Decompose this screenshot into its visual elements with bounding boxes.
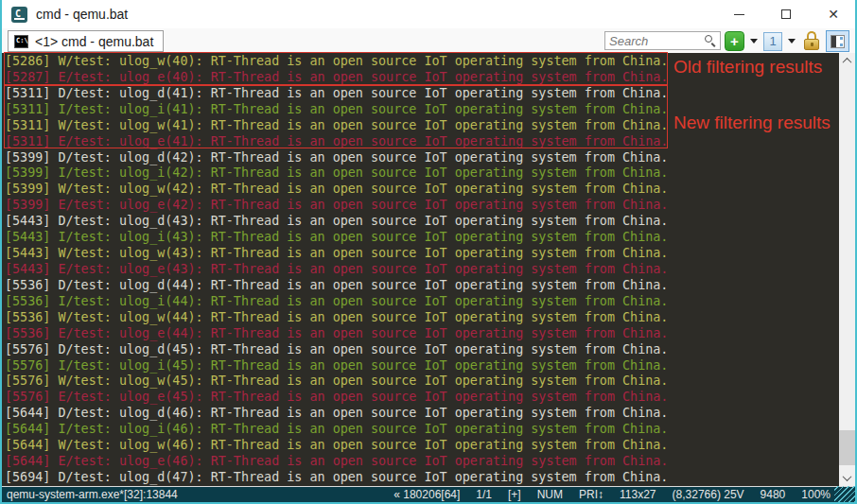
new-filtering-label: New filtering results <box>673 113 831 133</box>
status-field: « 180206[64] <box>394 488 460 501</box>
search-box <box>604 31 721 50</box>
chevron-down-icon <box>843 472 852 481</box>
status-process-info: qemu-system-arm.exe*[32]:13844 <box>7 488 178 501</box>
terminal-line: [5644] E/test: ulog_e(46): RT-Thread is … <box>5 454 839 470</box>
conemu-icon-underline <box>14 18 25 20</box>
cmd-icon-text: C:\ <box>16 37 28 44</box>
maximize-button[interactable] <box>762 0 810 28</box>
scroll-down-button[interactable] <box>839 470 855 486</box>
title-bar: C cmd - qemu.bat ✕ <box>0 0 857 28</box>
active-console-button[interactable]: 1 <box>763 32 782 51</box>
maximize-icon <box>781 9 791 19</box>
tab-label: <1> cmd - qemu.bat <box>35 34 153 49</box>
terminal-line: [5443] W/test: ulog_w(43): RT-Thread is … <box>5 246 839 262</box>
conemu-window: C cmd - qemu.bat ✕ C:\ <1> cmd - qemu.ba… <box>0 0 857 504</box>
resize-grip-icon[interactable] <box>834 486 855 502</box>
new-console-dropdown-icon[interactable] <box>750 39 758 43</box>
terminal-line: [5399] I/test: ulog_i(42): RT-Thread is … <box>5 165 839 182</box>
tab-cmd-qemu[interactable]: C:\ <1> cmd - qemu.bat <box>8 30 164 52</box>
status-field: 113x27 <box>620 488 656 501</box>
terminal-line: [5311] D/test: ulog_d(41): RT-Thread is … <box>5 86 839 102</box>
tab-bar: C:\ <1> cmd - qemu.bat + 1 <box>0 28 857 53</box>
terminal-line: [5576] W/test: ulog_w(45): RT-Thread is … <box>5 374 839 390</box>
active-console-dropdown-icon[interactable] <box>788 39 796 43</box>
status-field: PRI↕ <box>579 488 603 501</box>
tab-toolbar: + 1 <box>725 30 857 52</box>
terminal-line: [5536] E/test: ulog_e(44): RT-Thread is … <box>5 326 839 342</box>
scrollbar-thumb[interactable] <box>839 430 855 465</box>
terminal-line: [5399] D/test: ulog_d(42): RT-Thread is … <box>5 150 839 166</box>
cmd-prompt-icon: C:\ <box>14 35 28 48</box>
close-icon: ✕ <box>828 8 839 21</box>
terminal-line: [5443] D/test: ulog_d(43): RT-Thread is … <box>5 214 839 230</box>
status-fields: « 180206[64]1/1[+]NUMPRI↕113x27(8,32766)… <box>394 488 831 501</box>
terminal-line: [5576] E/test: ulog_e(45): RT-Thread is … <box>5 390 839 406</box>
terminal-line: [5311] E/test: ulog_e(41): RT-Thread is … <box>5 134 839 150</box>
search-icon[interactable] <box>705 35 716 46</box>
caption-buttons: ✕ <box>715 0 857 28</box>
terminal-line: [5576] D/test: ulog_d(45): RT-Thread is … <box>5 342 839 358</box>
scroll-up-button[interactable] <box>839 53 855 69</box>
status-field: 9480 <box>761 488 786 501</box>
terminal-line: [5644] I/test: ulog_i(46): RT-Thread is … <box>5 422 839 438</box>
terminal-line: [5536] W/test: ulog_w(44): RT-Thread is … <box>5 310 839 326</box>
status-field: (8,32766) 25V <box>673 488 744 501</box>
status-field: 100% <box>801 488 831 501</box>
status-bar: qemu-system-arm.exe*[32]:13844 « 180206[… <box>2 486 855 502</box>
panel-toggle-icon <box>831 35 845 48</box>
search-input[interactable] <box>609 32 699 49</box>
terminal-line: [5443] I/test: ulog_i(43): RT-Thread is … <box>5 230 839 246</box>
old-filtering-label: Old filtering results <box>673 57 822 78</box>
status-field: NUM <box>537 488 563 501</box>
minimize-icon <box>734 14 744 15</box>
terminal-line: [5576] I/test: ulog_i(45): RT-Thread is … <box>5 358 839 374</box>
new-console-button[interactable]: + <box>725 31 744 51</box>
status-field: 1/1 <box>476 488 492 501</box>
status-field: [+] <box>508 488 521 501</box>
terminal-line: [5644] D/test: ulog_d(46): RT-Thread is … <box>5 406 839 422</box>
terminal-line: [5644] W/test: ulog_w(46): RT-Thread is … <box>5 438 839 454</box>
chevron-up-icon <box>843 58 852 67</box>
terminal-line: [5399] E/test: ulog_e(42): RT-Thread is … <box>5 198 839 214</box>
terminal-line: [5443] E/test: ulog_e(43): RT-Thread is … <box>5 262 839 278</box>
minimize-button[interactable] <box>715 0 762 28</box>
terminal-line: [5536] I/test: ulog_i(44): RT-Thread is … <box>5 294 839 310</box>
window-title: cmd - qemu.bat <box>36 7 128 22</box>
panel-toggle-button[interactable] <box>826 30 849 52</box>
close-button[interactable]: ✕ <box>810 0 857 28</box>
terminal-line: [5399] W/test: ulog_w(42): RT-Thread is … <box>5 182 839 198</box>
terminal-line: [5536] D/test: ulog_d(44): RT-Thread is … <box>5 278 839 294</box>
lock-icon[interactable] <box>803 31 822 51</box>
conemu-app-icon: C <box>11 7 27 23</box>
vertical-scrollbar[interactable] <box>839 53 855 486</box>
terminal-line: [5694] D/test: ulog_d(47): RT-Thread is … <box>5 470 839 486</box>
